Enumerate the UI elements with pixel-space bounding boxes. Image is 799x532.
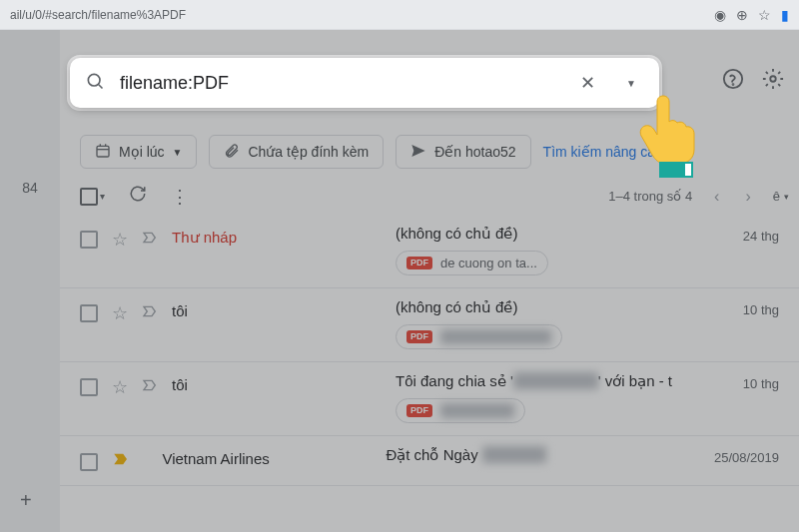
sender: tôi (172, 372, 382, 393)
browser-url-bar: ail/u/0/#search/filename%3APDF ◉ ⊕ ☆ ▮ (0, 0, 799, 30)
star-icon[interactable] (112, 450, 130, 473)
advanced-search-link[interactable]: Tìm kiếm nâng cao (543, 144, 663, 160)
attachment-pill[interactable]: PDF ████████ (396, 398, 525, 423)
pdf-badge-icon: PDF (406, 330, 432, 343)
sender: Thư nháp (172, 225, 382, 247)
eye-icon[interactable]: ◉ (714, 7, 726, 23)
star-icon[interactable]: ☆ (112, 376, 128, 398)
star-icon[interactable]: ☆ (758, 7, 771, 23)
pdf-badge-icon: PDF (406, 257, 432, 269)
email-row[interactable]: . Vietnam Airlines Đặt chỗ Ngày ██████ 2… (60, 436, 799, 486)
sender: tôi (172, 298, 382, 319)
sidebar-count: 84 (0, 180, 60, 196)
page-next-icon[interactable]: › (741, 188, 754, 206)
attachment-name: ████████ (440, 403, 514, 418)
row-date: 25/08/2019 (689, 446, 779, 465)
chip-to-label: Đến hotao52 (434, 144, 515, 160)
attachment-icon (224, 143, 240, 162)
svg-line-4 (99, 84, 103, 88)
row-checkbox[interactable] (80, 453, 98, 471)
importance-icon[interactable] (142, 230, 158, 250)
row-date: 10 thg (689, 298, 779, 317)
send-icon (410, 143, 426, 162)
email-list: ☆ Thư nháp (không có chủ đề) PDF de cuon… (60, 215, 799, 532)
importance-icon[interactable] (142, 303, 158, 323)
page-prev-icon[interactable]: ‹ (710, 188, 723, 206)
main-content: ✕ ▼ Mọi lúc ▼ Chứa tệp đính kèm (60, 30, 799, 532)
calendar-icon (95, 143, 111, 162)
left-sidebar: 84 + (0, 30, 60, 532)
attachment-pill[interactable]: PDF de cuong on ta... (396, 251, 548, 275)
chip-attachment[interactable]: Chứa tệp đính kèm (209, 135, 384, 169)
star-icon[interactable]: ☆ (112, 229, 128, 251)
chip-to[interactable]: Đến hotao52 (396, 135, 530, 169)
chip-attachment-label: Chứa tệp đính kèm (248, 144, 369, 160)
row-checkbox[interactable] (80, 304, 98, 322)
pagination-text: 1–4 trong số 4 (608, 189, 692, 204)
subject: (không có chủ đề) (396, 225, 675, 243)
row-date: 10 thg (689, 372, 779, 391)
row-date: 24 thg (689, 225, 779, 244)
chip-time[interactable]: Mọi lúc ▼ (80, 135, 197, 169)
select-all-checkbox[interactable]: ▾ (80, 188, 105, 206)
search-options-dropdown-icon[interactable]: ▼ (618, 78, 644, 89)
email-row[interactable]: ☆ tôi (không có chủ đề) PDF ████████████… (60, 288, 799, 362)
row-checkbox[interactable] (80, 378, 98, 396)
search-clear-icon[interactable]: ✕ (572, 72, 603, 94)
input-lang[interactable]: ê▾ (773, 189, 789, 204)
subject: Đặt chỗ Ngày ██████ (386, 446, 675, 464)
browser-url-icons: ◉ ⊕ ☆ ▮ (714, 7, 789, 23)
filter-chips-row: Mọi lúc ▼ Chứa tệp đính kèm Đến hotao52 … (80, 135, 799, 169)
attachment-name: de cuong on ta... (440, 256, 537, 270)
email-row[interactable]: ☆ Thư nháp (không có chủ đề) PDF de cuon… (60, 215, 799, 288)
search-input[interactable] (120, 73, 557, 94)
url-path: ail/u/0/#search/filename%3APDF (10, 8, 714, 22)
row-checkbox[interactable] (80, 231, 98, 249)
refresh-icon[interactable] (129, 185, 147, 208)
search-icon (85, 71, 105, 96)
search-small-icon[interactable]: ⊕ (736, 7, 748, 23)
sender: Vietnam Airlines (162, 446, 372, 467)
compose-button[interactable]: + (20, 489, 32, 512)
chevron-down-icon: ▼ (173, 147, 183, 158)
list-toolbar: ▾ ⋮ 1–4 trong số 4 ‹ › ê▾ (80, 185, 789, 208)
pdf-badge-icon: PDF (406, 404, 432, 417)
subject: Tôi đang chia sẻ '████████' với bạn - t (396, 372, 675, 390)
attachment-pill[interactable]: PDF ████████████ (396, 324, 562, 349)
search-box[interactable]: ✕ ▼ (70, 58, 659, 108)
attachment-name: ████████████ (440, 329, 551, 344)
svg-point-3 (88, 74, 100, 86)
extension-icon[interactable]: ▮ (781, 7, 789, 23)
more-icon[interactable]: ⋮ (171, 186, 189, 208)
star-icon[interactable]: ☆ (112, 302, 128, 324)
subject: (không có chủ đề) (396, 298, 675, 316)
email-row[interactable]: ☆ tôi Tôi đang chia sẻ '████████' với bạ… (60, 362, 799, 436)
chip-time-label: Mọi lúc (119, 144, 165, 160)
importance-icon[interactable] (142, 377, 158, 397)
svg-rect-5 (97, 146, 109, 157)
